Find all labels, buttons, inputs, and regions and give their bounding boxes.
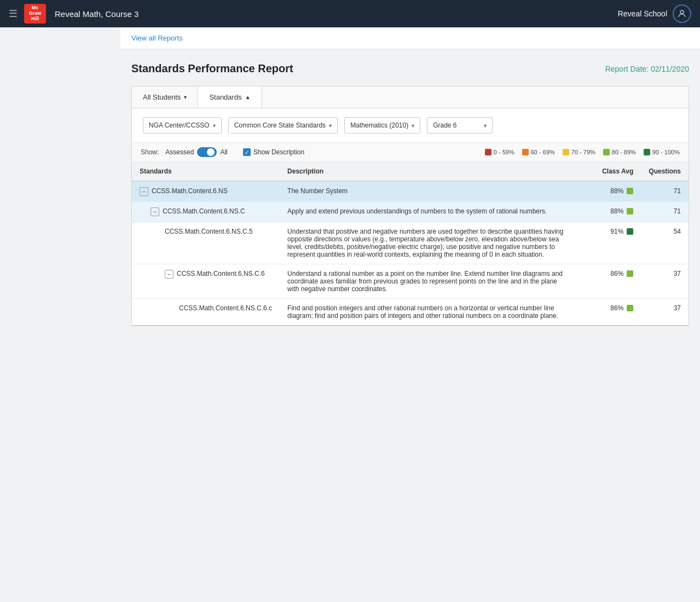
legend-90-100: 90 - 100% xyxy=(644,149,680,155)
table-body: −CCSS.Math.Content.6.NSThe Number System… xyxy=(132,181,689,326)
standard-cell: −CCSS.Math.Content.6.NS.C xyxy=(132,202,280,222)
table-row: −CCSS.Math.Content.6.NSThe Number System… xyxy=(132,181,689,202)
sidebar xyxy=(0,27,120,602)
filters-row: NGA Center/CCSSO ▾ Common Core State Sta… xyxy=(132,108,689,142)
avg-cell: 88% xyxy=(575,202,641,222)
legend-label-70-79: 70 - 79% xyxy=(571,149,595,155)
legend-label-60-69: 60 - 69% xyxy=(531,149,555,155)
avg-cell: 86% xyxy=(575,299,641,326)
avg-color-indicator xyxy=(627,188,633,194)
checkbox-icon: ✓ xyxy=(243,148,251,156)
app-title: Reveal Math, Course 3 xyxy=(55,9,618,19)
tabs-row: All Students ▾ Standards ▲ xyxy=(132,86,689,108)
filter-subject[interactable]: Mathematics (2010) ▾ xyxy=(344,117,420,134)
filter-grade[interactable]: Grade 6 ▾ xyxy=(427,117,493,134)
show-description-checkbox[interactable]: ✓ Show Description xyxy=(243,148,304,156)
col-header-description: Description xyxy=(280,162,575,181)
filter-standards-label: Common Core State Standards xyxy=(234,121,326,129)
standard-id: CCSS.Math.Content.6.NS.C xyxy=(163,207,245,215)
tab-all-students-arrow: ▾ xyxy=(184,94,187,100)
standard-cell: −CCSS.Math.Content.6.NS.C.6 xyxy=(132,264,280,299)
main-content: View all Reports Standards Performance R… xyxy=(120,27,700,602)
legend-dot-0-59 xyxy=(485,149,491,155)
user-avatar[interactable] xyxy=(673,4,691,23)
table-row: CCSS.Math.Content.6.NS.C.6.cFind and pos… xyxy=(132,299,689,326)
legend-dot-60-69 xyxy=(522,149,529,155)
legend-70-79: 70 - 79% xyxy=(563,149,595,155)
questions-cell: 71 xyxy=(641,181,689,202)
top-navigation: ☰ McGrawHill Reveal Math, Course 3 Revea… xyxy=(0,0,700,27)
description-cell: The Number System xyxy=(280,181,575,202)
col-header-classavg: Class Avg xyxy=(575,162,641,181)
svg-point-0 xyxy=(680,10,684,14)
assessed-toggle[interactable] xyxy=(197,147,217,157)
standard-cell: −CCSS.Math.Content.6.NS xyxy=(132,181,280,202)
legend-row: Show: Assessed All ✓ Show Description xyxy=(132,142,689,162)
questions-cell: 37 xyxy=(641,299,689,326)
tab-standards[interactable]: Standards ▲ xyxy=(198,86,262,108)
standard-cell: CCSS.Math.Content.6.NS.C.5 xyxy=(132,222,280,264)
legend-label-80-89: 80 - 89% xyxy=(612,149,636,155)
filter-organization[interactable]: NGA Center/CCSSO ▾ xyxy=(143,117,222,134)
report-header: Standards Performance Report Report Date… xyxy=(131,62,689,75)
filter-subject-arrow: ▾ xyxy=(412,123,414,129)
school-name: Reveal School xyxy=(618,9,667,18)
avg-cell: 86% xyxy=(575,264,641,299)
avg-value: 86% xyxy=(610,270,623,277)
report-card: All Students ▾ Standards ▲ NGA Center/CC… xyxy=(131,86,689,326)
questions-cell: 37 xyxy=(641,264,689,299)
show-desc-label: Show Description xyxy=(253,148,304,156)
all-label: All xyxy=(220,148,227,156)
standard-id: CCSS.Math.Content.6.NS xyxy=(152,187,228,195)
legend-dot-80-89 xyxy=(603,149,610,155)
legend-items: 0 - 59% 60 - 69% 70 - 79% 80 - 89% xyxy=(485,149,680,155)
toggle-knob xyxy=(207,148,215,156)
filter-org-arrow: ▾ xyxy=(213,123,216,129)
filter-standards-arrow: ▾ xyxy=(329,123,332,129)
avg-value: 88% xyxy=(610,207,623,215)
table-header-row: Standards Description Class Avg Question… xyxy=(132,162,689,181)
avg-cell: 88% xyxy=(575,181,641,202)
avg-value: 91% xyxy=(610,228,623,235)
filter-subject-label: Mathematics (2010) xyxy=(350,121,408,129)
description-cell: Understand that positive and negative nu… xyxy=(280,222,575,264)
avg-value: 88% xyxy=(610,187,623,195)
standard-cell: CCSS.Math.Content.6.NS.C.6.c xyxy=(132,299,280,326)
questions-cell: 54 xyxy=(641,222,689,264)
expand-collapse-icon[interactable]: − xyxy=(140,187,148,196)
topnav-right-section: Reveal School xyxy=(618,4,691,23)
description-cell: Understand a rational number as a point … xyxy=(280,264,575,299)
table-row: CCSS.Math.Content.6.NS.C.5Understand tha… xyxy=(132,222,689,264)
legend-60-69: 60 - 69% xyxy=(522,149,555,155)
filter-grade-label: Grade 6 xyxy=(433,121,456,129)
avg-color-indicator xyxy=(627,305,633,311)
tab-standards-label: Standards xyxy=(209,93,241,101)
questions-cell: 71 xyxy=(641,202,689,222)
breadcrumb-bar: View all Reports xyxy=(120,27,700,49)
assessed-label: Assessed xyxy=(165,148,194,156)
expand-collapse-icon[interactable]: − xyxy=(151,207,159,216)
avg-value: 86% xyxy=(610,304,623,312)
avg-color-indicator xyxy=(627,270,633,277)
menu-icon[interactable]: ☰ xyxy=(9,8,18,20)
mcgraw-hill-logo: McGrawHill xyxy=(24,4,46,24)
col-header-standards: Standards xyxy=(132,162,280,181)
table-row: −CCSS.Math.Content.6.NS.C.6Understand a … xyxy=(132,264,689,299)
tab-spacer xyxy=(262,86,689,108)
expand-collapse-icon[interactable]: − xyxy=(165,270,173,279)
standard-id: CCSS.Math.Content.6.NS.C.6 xyxy=(177,270,265,277)
legend-label-0-59: 0 - 59% xyxy=(494,149,514,155)
avg-color-indicator xyxy=(627,228,633,235)
filter-standards[interactable]: Common Core State Standards ▾ xyxy=(228,117,338,134)
legend-dot-90-100 xyxy=(644,149,650,155)
standard-id: CCSS.Math.Content.6.NS.C.5 xyxy=(165,228,253,235)
view-all-reports-link[interactable]: View all Reports xyxy=(131,34,183,42)
tab-all-students[interactable]: All Students ▾ xyxy=(132,86,198,108)
description-cell: Find and position integers and other rat… xyxy=(280,299,575,326)
col-header-questions: Questions xyxy=(641,162,689,181)
toggle-wrapper: Assessed All xyxy=(165,147,227,157)
report-title: Standards Performance Report xyxy=(131,62,293,75)
report-date: Report Date: 02/11/2020 xyxy=(605,65,689,73)
tab-all-students-label: All Students xyxy=(143,93,181,101)
standard-id: CCSS.Math.Content.6.NS.C.6.c xyxy=(179,304,272,312)
